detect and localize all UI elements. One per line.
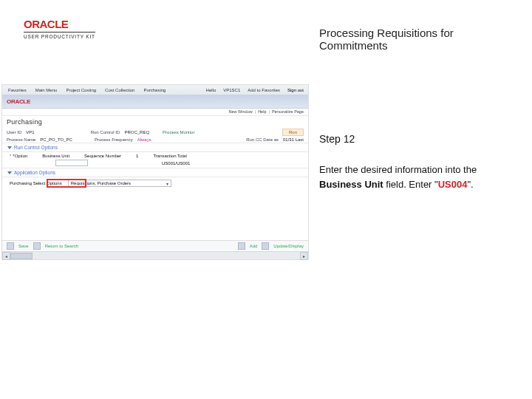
scroll-left-button[interactable]: ◂ — [2, 252, 10, 260]
oracle-wordmark: ORACLE — [24, 18, 95, 30]
module-title: Purchasing — [2, 116, 308, 128]
run-date-label: Run CC Date as — [246, 137, 279, 142]
app-footer: Save Return to Search Add Update/Display — [2, 240, 308, 250]
page-title: Processing Requisitions for Commitments — [319, 27, 522, 52]
menu-main[interactable]: Main Menu — [35, 88, 58, 92]
process-frequency-value: Always — [137, 137, 151, 142]
instruction-field-name: Business Unit — [319, 179, 383, 190]
user-id-label: User ID — [7, 130, 21, 134]
sequence-number-label: Sequence Number — [84, 154, 121, 158]
process-name-value: PC_PO_TO_PC — [40, 137, 72, 142]
menu-project-costing[interactable]: Project Costing — [66, 88, 96, 92]
process-monitor-link[interactable]: Process Monitor — [163, 130, 194, 134]
run-control-options-label: Run Control Options — [14, 145, 58, 150]
user-name: VP1SC1 — [223, 88, 240, 92]
transaction-total-label: Transaction Total — [153, 154, 186, 158]
instruction-suffix: ". — [467, 179, 473, 190]
horizontal-scrollbar[interactable]: ◂ ▸ — [2, 251, 308, 259]
upk-logo: ORACLE USER PRODUCTIVITY KIT — [24, 18, 95, 39]
signout-link[interactable]: Sign out — [287, 88, 304, 92]
business-unit-input[interactable] — [55, 160, 88, 166]
upk-product-name: USER PRODUCTIVITY KIT — [24, 32, 95, 39]
add-favorites-link[interactable]: Add to Favorites — [248, 88, 280, 92]
run-control-id-value: PROC_REQ — [124, 130, 149, 134]
app-brandbar: ORACLE — [2, 95, 308, 109]
instruction-prefix: Enter the desired information into the — [319, 164, 477, 175]
chevron-down-icon — [7, 171, 12, 174]
instruction-text: Enter the desired information into the B… — [319, 163, 511, 191]
menu-purchasing[interactable]: Purchasing — [143, 88, 166, 92]
user-id-value: VP1 — [26, 130, 34, 134]
help-link[interactable]: Help — [258, 109, 266, 114]
process-frequency-label: Process Frequency — [95, 137, 133, 142]
purchasing-select-options-dropdown[interactable]: Requisitions, Purchase Orders ▾ — [68, 180, 171, 187]
menu-cost-collection[interactable]: Cost Collection — [105, 88, 134, 92]
menu-favorites[interactable]: Favorites — [8, 88, 27, 92]
instruction-mid: field. Enter " — [383, 179, 438, 190]
personalize-link[interactable]: Personalize Page — [272, 109, 304, 114]
add-button[interactable]: Add — [250, 244, 258, 248]
sequence-number-value: 1 — [136, 154, 138, 158]
update-icon[interactable] — [262, 242, 269, 250]
process-name-label: Process Name — [7, 137, 35, 142]
run-date-value: 01/31 Last — [283, 137, 304, 142]
run-control-id-label: Run Control ID — [91, 130, 120, 134]
app-menubar: Favorites Main Menu Project Costing Cost… — [2, 85, 308, 95]
chevron-down-icon — [7, 146, 12, 149]
hello-label: Hello — [206, 88, 216, 92]
business-unit-label: Business Unit — [42, 154, 69, 158]
scroll-right-button[interactable]: ▸ — [300, 252, 308, 260]
option-label: *Option — [13, 154, 27, 158]
new-window-link[interactable]: New Window — [229, 109, 253, 114]
save-button[interactable]: Save — [18, 244, 29, 248]
app-oracle-logo: ORACLE — [7, 98, 30, 105]
scroll-track[interactable] — [10, 252, 300, 260]
embedded-app-screenshot: Favorites Main Menu Project Costing Cost… — [1, 84, 309, 260]
save-icon[interactable] — [7, 242, 14, 250]
update-display-button[interactable]: Update/Display — [273, 244, 304, 248]
scroll-thumb[interactable] — [10, 253, 33, 259]
run-button[interactable]: Run — [282, 129, 304, 136]
application-options-label: Application Options — [14, 170, 55, 175]
add-icon[interactable] — [238, 242, 245, 250]
transaction-code: US001/US001 — [162, 161, 190, 166]
section-application-options[interactable]: Application Options — [2, 168, 308, 177]
purchasing-select-options-label: Purchasing Select Options — [10, 181, 62, 185]
return-icon[interactable] — [33, 242, 41, 250]
step-number: Step 12 — [319, 133, 522, 145]
return-to-search-button[interactable]: Return to Search — [45, 244, 78, 248]
dropdown-value: Requisitions, Purchase Orders — [71, 181, 131, 185]
app-subtoolbar: New Window|Help|Personalize Page — [2, 109, 308, 116]
chevron-down-icon: ▾ — [166, 181, 168, 186]
instruction-value: US004 — [438, 179, 468, 190]
section-run-control-options[interactable]: Run Control Options — [2, 143, 308, 152]
